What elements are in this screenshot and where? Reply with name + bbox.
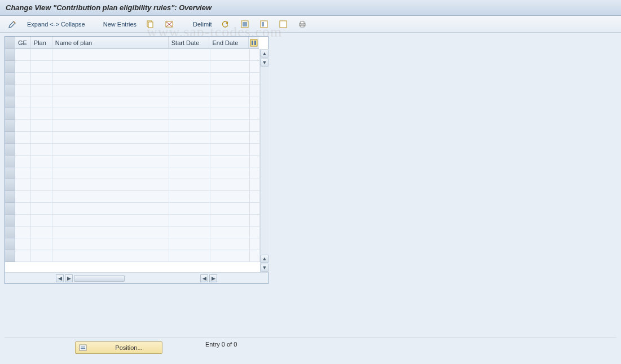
row-selector[interactable] xyxy=(5,238,15,250)
cell-plan[interactable] xyxy=(31,132,52,144)
cell-end-date[interactable] xyxy=(210,227,250,238)
cell-end-date[interactable] xyxy=(210,120,250,132)
table-row[interactable] xyxy=(5,85,260,96)
cell-plan[interactable] xyxy=(31,85,52,96)
cell-name[interactable] xyxy=(52,250,169,262)
cell-plan[interactable] xyxy=(31,120,52,132)
cell-end-date[interactable] xyxy=(210,96,250,108)
cell-plan[interactable] xyxy=(31,227,52,238)
new-entries-button[interactable]: New Entries xyxy=(100,18,140,30)
copy-button[interactable] xyxy=(142,18,159,30)
table-row[interactable] xyxy=(5,132,260,144)
row-selector[interactable] xyxy=(5,108,15,120)
table-row[interactable] xyxy=(5,49,260,61)
column-header-ge[interactable]: GE xyxy=(15,37,31,49)
cell-ge[interactable] xyxy=(15,238,31,250)
cell-name[interactable] xyxy=(52,108,169,120)
row-selector[interactable] xyxy=(5,85,15,96)
table-row[interactable] xyxy=(5,191,260,203)
cell-ge[interactable] xyxy=(15,73,31,85)
cell-ge[interactable] xyxy=(15,179,31,191)
cell-ge[interactable] xyxy=(15,203,31,215)
horizontal-scrollbar[interactable]: ◀ ▶ ◀ ▶ xyxy=(5,274,268,282)
cell-end-date[interactable] xyxy=(210,85,250,96)
cell-start-date[interactable] xyxy=(169,144,210,156)
cell-name[interactable] xyxy=(52,96,169,108)
row-selector[interactable] xyxy=(5,61,15,73)
table-row[interactable] xyxy=(5,179,260,191)
select-all-button[interactable] xyxy=(237,18,254,30)
cell-end-date[interactable] xyxy=(210,191,250,203)
cell-name[interactable] xyxy=(52,156,169,167)
table-row[interactable] xyxy=(5,108,260,120)
cell-plan[interactable] xyxy=(31,250,52,262)
cell-start-date[interactable] xyxy=(169,49,210,61)
cell-plan[interactable] xyxy=(31,167,52,179)
deselect-all-button[interactable] xyxy=(275,18,292,30)
cell-ge[interactable] xyxy=(15,250,31,262)
cell-end-date[interactable] xyxy=(210,156,250,167)
table-row[interactable] xyxy=(5,227,260,238)
cell-name[interactable] xyxy=(52,179,169,191)
cell-ge[interactable] xyxy=(15,132,31,144)
cell-plan[interactable] xyxy=(31,179,52,191)
vertical-scrollbar[interactable]: ▲ ▼ ▲ ▼ xyxy=(260,49,268,272)
scroll-right-button[interactable]: ▶ xyxy=(65,274,73,282)
column-header-plan[interactable]: Plan xyxy=(31,37,52,49)
toggle-display-change-button[interactable] xyxy=(5,18,21,30)
row-selector[interactable] xyxy=(5,132,15,144)
cell-start-date[interactable] xyxy=(169,227,210,238)
cell-end-date[interactable] xyxy=(210,215,250,227)
column-header-name[interactable]: Name of plan xyxy=(52,37,169,49)
cell-name[interactable] xyxy=(52,85,169,96)
cell-start-date[interactable] xyxy=(169,179,210,191)
position-button[interactable]: Position... xyxy=(75,341,162,354)
table-row[interactable] xyxy=(5,156,260,167)
cell-ge[interactable] xyxy=(15,167,31,179)
cell-name[interactable] xyxy=(52,215,169,227)
cell-start-date[interactable] xyxy=(169,167,210,179)
cell-end-date[interactable] xyxy=(210,61,250,73)
cell-start-date[interactable] xyxy=(169,73,210,85)
scroll-left-page-button[interactable]: ◀ xyxy=(200,274,208,282)
cell-ge[interactable] xyxy=(15,96,31,108)
cell-name[interactable] xyxy=(52,49,169,61)
cell-start-date[interactable] xyxy=(169,250,210,262)
table-row[interactable] xyxy=(5,215,260,227)
row-selector[interactable] xyxy=(5,250,15,262)
cell-ge[interactable] xyxy=(15,108,31,120)
column-header-start-date[interactable]: Start Date xyxy=(169,37,210,49)
cell-ge[interactable] xyxy=(15,144,31,156)
scroll-right-page-button[interactable]: ▶ xyxy=(209,274,217,282)
cell-plan[interactable] xyxy=(31,203,52,215)
row-selector[interactable] xyxy=(5,120,15,132)
cell-end-date[interactable] xyxy=(210,167,250,179)
cell-ge[interactable] xyxy=(15,156,31,167)
cell-start-date[interactable] xyxy=(169,203,210,215)
table-row[interactable] xyxy=(5,73,260,85)
cell-end-date[interactable] xyxy=(210,179,250,191)
scroll-up-button[interactable]: ▲ xyxy=(261,50,268,57)
cell-plan[interactable] xyxy=(31,191,52,203)
cell-ge[interactable] xyxy=(15,227,31,238)
cell-ge[interactable] xyxy=(15,120,31,132)
delete-button[interactable] xyxy=(161,18,178,30)
scroll-down-button[interactable]: ▼ xyxy=(261,59,268,66)
cell-end-date[interactable] xyxy=(210,49,250,61)
cell-name[interactable] xyxy=(52,203,169,215)
row-selector[interactable] xyxy=(5,49,15,61)
row-selector[interactable] xyxy=(5,227,15,238)
cell-plan[interactable] xyxy=(31,49,52,61)
cell-plan[interactable] xyxy=(31,238,52,250)
hscroll-thumb[interactable] xyxy=(74,275,125,282)
cell-end-date[interactable] xyxy=(210,132,250,144)
cell-start-date[interactable] xyxy=(169,238,210,250)
table-settings-button[interactable] xyxy=(249,37,259,49)
table-row[interactable] xyxy=(5,120,260,132)
table-row[interactable] xyxy=(5,250,260,262)
table-row[interactable] xyxy=(5,203,260,215)
cell-ge[interactable] xyxy=(15,215,31,227)
cell-name[interactable] xyxy=(52,238,169,250)
cell-plan[interactable] xyxy=(31,215,52,227)
scroll-down-page-button[interactable]: ▼ xyxy=(261,264,268,272)
